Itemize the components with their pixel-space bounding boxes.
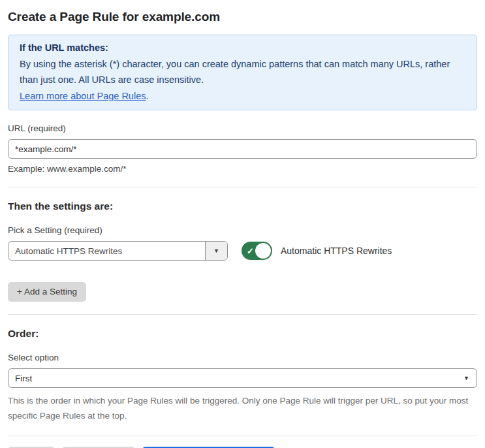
check-icon: ✓ — [247, 247, 254, 255]
link-suffix: . — [146, 91, 148, 101]
setting-row: Automatic HTTPS Rewrites ▼ ✓ Automatic H… — [8, 241, 477, 261]
create-page-rule-panel: Create a Page Rule for example.com If th… — [0, 0, 485, 448]
url-matches-info-box: If the URL matches: By using the asteris… — [8, 35, 477, 110]
chevron-down-icon: ▼ — [463, 375, 469, 381]
divider-actions — [8, 436, 477, 436]
url-field-label: URL (required) — [8, 123, 477, 134]
info-box-heading: If the URL matches: — [20, 40, 465, 56]
order-select-label: Select option — [8, 353, 477, 363]
url-input[interactable] — [8, 139, 477, 159]
page-title: Create a Page Rule for example.com — [8, 9, 477, 25]
add-setting-button[interactable]: + Add a Setting — [8, 282, 86, 302]
chevron-down-icon: ▼ — [213, 248, 219, 254]
setting-select[interactable]: Automatic HTTPS Rewrites ▼ — [8, 241, 228, 261]
https-rewrites-toggle[interactable]: ✓ — [242, 242, 272, 260]
setting-select-arrow-button[interactable]: ▼ — [205, 242, 227, 260]
toggle-label: Automatic HTTPS Rewrites — [281, 246, 392, 256]
pick-setting-label: Pick a Setting (required) — [8, 225, 477, 236]
order-section-heading: Order: — [8, 327, 477, 340]
info-box-body: By using the asterisk (*) character, you… — [20, 56, 465, 88]
divider-order — [8, 314, 477, 315]
order-helper-text: This is the order in which your Page Rul… — [8, 393, 477, 423]
settings-section-heading: Then the settings are: — [8, 200, 477, 212]
learn-more-link[interactable]: Learn more about Page Rules — [20, 91, 146, 101]
divider-settings — [8, 187, 477, 187]
info-box-link-line: Learn more about Page Rules. — [20, 88, 465, 104]
setting-select-value: Automatic HTTPS Rewrites — [8, 242, 205, 260]
order-select-value: First — [15, 374, 32, 383]
toggle-knob — [255, 243, 271, 259]
url-example-helper: Example: www.example.com/* — [8, 164, 477, 174]
order-select[interactable]: First ▼ — [8, 368, 477, 388]
